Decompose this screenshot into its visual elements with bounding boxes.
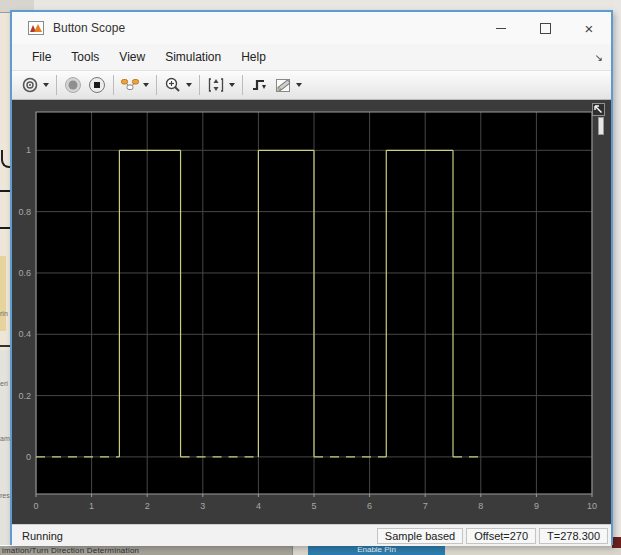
scale-axes-button[interactable]: [205, 74, 227, 96]
signal-selector-icon: [120, 76, 140, 94]
svg-text:5: 5: [311, 501, 316, 511]
toolbar-separator: [199, 75, 200, 95]
highlight-button[interactable]: [272, 74, 294, 96]
toolbar: [12, 71, 611, 100]
button-scope-window: Button Scope × File Tools View Simulatio…: [10, 10, 613, 545]
toolbar-separator: [113, 75, 114, 95]
close-button[interactable]: ×: [567, 14, 611, 42]
toolbar-separator: [56, 75, 57, 95]
stop-button[interactable]: [86, 74, 108, 96]
expand-plot-button[interactable]: [592, 103, 605, 116]
window-title: Button Scope: [53, 21, 479, 35]
svg-text:1: 1: [89, 501, 94, 511]
svg-text:3: 3: [200, 501, 205, 511]
svg-text:4: 4: [256, 501, 261, 511]
background-block-edge-fragment: [0, 227, 10, 229]
signal-selector-button[interactable]: [119, 74, 141, 96]
svg-text:0: 0: [26, 452, 31, 462]
background-text-fragment: rin: [0, 310, 8, 317]
menu-file[interactable]: File: [12, 44, 61, 70]
offset-cell: Offset=270: [466, 528, 536, 544]
run-button[interactable]: [62, 74, 84, 96]
background-text-fragment: res: [0, 492, 10, 499]
svg-text:8: 8: [478, 501, 483, 511]
toolbar-separator: [156, 75, 157, 95]
scale-axes-icon: [207, 76, 225, 94]
minimize-button[interactable]: [479, 14, 523, 42]
scope-app-icon: [28, 21, 44, 35]
trigger-button[interactable]: [248, 74, 270, 96]
svg-text:0.4: 0.4: [18, 329, 31, 339]
menu-help[interactable]: Help: [231, 44, 276, 70]
background-block-edge-fragment: [0, 345, 10, 347]
svg-text:0: 0: [33, 501, 38, 511]
background-subsystem-label: imation/Turn Direction Determination: [0, 545, 292, 555]
highlight-dropdown[interactable]: [296, 83, 302, 87]
scrollbar-fragment: [598, 117, 604, 135]
background-window-right-strip: [613, 0, 621, 555]
toolbar-separator: [242, 75, 243, 95]
statusbar: Running Sample based Offset=270 T=278.30…: [12, 524, 611, 546]
background-divider: [292, 545, 293, 555]
maximize-icon: [540, 23, 551, 34]
zoom-dropdown[interactable]: [186, 83, 192, 87]
configuration-button[interactable]: [19, 74, 41, 96]
simulation-status: Running: [12, 530, 377, 542]
trigger-icon: [250, 76, 268, 94]
svg-text:0.8: 0.8: [18, 207, 31, 217]
svg-text:7: 7: [423, 501, 428, 511]
configuration-icon: [21, 76, 39, 94]
svg-text:9: 9: [534, 501, 539, 511]
maximize-button[interactable]: [523, 14, 567, 42]
close-icon: ×: [585, 21, 594, 36]
zoom-button[interactable]: [162, 74, 184, 96]
svg-text:1: 1: [26, 145, 31, 155]
background-block-fragment-red: [612, 537, 621, 548]
svg-text:6: 6: [367, 501, 372, 511]
zoom-in-icon: [164, 76, 182, 94]
background-enable-pin-block: Enable Pin: [308, 545, 445, 555]
svg-text:0.2: 0.2: [18, 391, 31, 401]
minimize-icon: [496, 28, 506, 29]
time-cell: T=278.300: [539, 528, 608, 544]
signal-selector-dropdown[interactable]: [143, 83, 149, 87]
svg-text:2: 2: [145, 501, 150, 511]
menu-view[interactable]: View: [109, 44, 155, 70]
svg-text:10: 10: [587, 501, 597, 511]
svg-text:0.6: 0.6: [18, 268, 31, 278]
titlebar[interactable]: Button Scope ×: [12, 12, 611, 44]
menu-tools[interactable]: Tools: [61, 44, 109, 70]
stop-icon: [88, 76, 106, 94]
run-icon: [64, 76, 82, 94]
background-text-fragment: eri: [0, 380, 8, 387]
configuration-dropdown[interactable]: [43, 83, 49, 87]
sample-mode-cell: Sample based: [377, 528, 463, 544]
highlight-pencil-icon: [274, 76, 293, 94]
dock-arrow-icon[interactable]: ↘: [595, 52, 603, 63]
scale-axes-dropdown[interactable]: [229, 83, 235, 87]
scope-plot[interactable]: 01234567891000.20.40.60.81: [12, 100, 611, 524]
scope-canvas[interactable]: 01234567891000.20.40.60.81: [12, 100, 611, 524]
background-block-fragment: [0, 256, 6, 331]
menu-simulation[interactable]: Simulation: [155, 44, 231, 70]
background-text-fragment: am: [0, 435, 10, 442]
background-block-edge-fragment: [0, 190, 10, 192]
expand-arrow-icon: [593, 104, 604, 115]
menubar: File Tools View Simulation Help ↘: [12, 44, 611, 71]
